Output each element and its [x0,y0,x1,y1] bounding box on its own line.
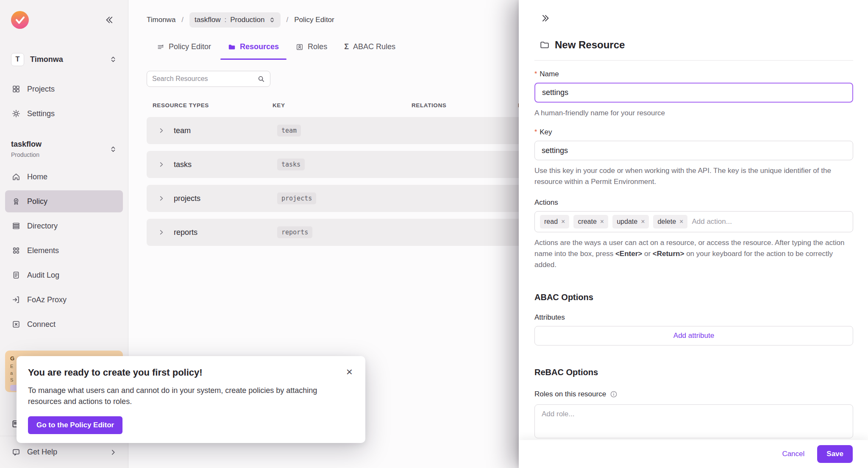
sidebar-item-label: Projects [27,85,55,94]
tab-label: Resources [240,42,279,51]
unfold-icon [109,145,117,153]
roles-tab-icon [296,43,303,51]
sidebar-item-label: Audit Log [27,271,59,280]
add-role-input[interactable] [542,410,846,418]
resource-key-badge: projects [277,192,316,204]
sidebar-item-home[interactable]: Home [5,166,123,188]
sidebar-item-projects[interactable]: Projects [5,78,123,100]
sidebar-item-elements[interactable]: Elements [5,240,123,262]
key-field[interactable] [534,141,853,160]
actions-tag-input[interactable]: read × create × update × delete × [534,211,853,232]
breadcrumb-workspace[interactable]: Timonwa [147,16,175,24]
breadcrumb-page: Policy Editor [294,16,334,24]
breadcrumb-separator: / [287,16,289,24]
resource-name: reports [174,228,198,237]
workspace-name: Timonwa [30,55,103,64]
get-help-label: Get Help [27,448,103,457]
name-field-help: A human-friendly name for your resource [534,108,853,119]
sidebar-item-label: Connect [27,320,56,329]
collapse-sidebar-icon[interactable] [104,15,114,25]
sidebar-item-label: Home [27,173,47,181]
actions-label: Actions [534,198,853,207]
tab-resources[interactable]: Resources [220,42,287,60]
drawer-title: New Resource [555,39,625,51]
roles-label-row: Roles on this resource [534,390,853,398]
tab-label: ABAC Rules [353,42,395,51]
breadcrumb-separator: / [181,16,184,24]
roles-tag-input[interactable] [534,404,853,438]
policy-icon [12,197,20,206]
elements-icon [12,246,20,255]
name-field[interactable] [534,83,853,103]
project-name: taskflow [11,140,109,149]
remove-action-icon[interactable]: × [641,218,645,225]
expand-chevron-icon[interactable] [158,161,165,168]
tab-label: Roles [308,42,327,51]
add-action-input[interactable] [692,217,848,226]
expand-chevron-icon[interactable] [158,127,165,134]
save-button[interactable]: Save [817,445,853,463]
divider [534,60,853,61]
search-input[interactable] [152,75,257,83]
home-icon [12,173,20,181]
resource-name: projects [174,194,200,203]
action-chip-label: read [544,218,558,226]
sidebar-item-foaz-proxy[interactable]: FoAz Proxy [5,289,123,311]
policy-toast: You are ready to create you first policy… [17,356,365,443]
sidebar-header [0,0,128,29]
tab-abac-rules[interactable]: Σ ABAC Rules [336,42,404,60]
gear-icon [12,109,20,118]
sidebar-item-policy[interactable]: Policy [5,190,123,212]
collapse-drawer-icon[interactable] [541,14,551,23]
sidebar-item-label: Settings [27,109,55,118]
resource-name: tasks [174,160,192,169]
new-resource-drawer: New Resource * Name A human-friendly nam… [519,0,868,468]
remove-action-icon[interactable]: × [600,218,604,225]
sidebar-item-connect[interactable]: Connect [5,313,123,335]
search-box[interactable] [147,71,270,87]
sidebar-item-settings[interactable]: Settings [5,103,123,125]
tab-roles[interactable]: Roles [287,42,336,60]
sidebar-item-label: Directory [27,222,58,231]
actions-help: Actions are the ways a user can act on a… [534,237,853,270]
folder-icon [228,43,236,51]
document-icon [12,271,20,279]
roles-label: Roles on this resource [534,390,606,398]
unfold-icon [109,56,117,63]
proxy-arrow-icon [12,295,20,304]
tab-policy-editor[interactable]: Policy Editor [148,42,220,60]
sidebar-nav-top: Projects Settings [0,78,128,125]
go-to-policy-editor-button[interactable]: Go to the Policy Editor [28,416,122,434]
expand-chevron-icon[interactable] [158,195,165,202]
breadcrumb-project-selector[interactable]: taskflow : Production [189,12,280,28]
help-bubble-icon [12,448,20,457]
unfold-icon [269,17,275,23]
sidebar-item-directory[interactable]: Directory [5,215,123,237]
chevron-right-icon [109,448,117,456]
attributes-label: Attributes [534,313,853,322]
add-attribute-button[interactable]: Add attribute [534,326,853,345]
directory-icon [12,222,20,230]
action-chip-label: update [617,218,637,226]
project-selector[interactable]: taskflow Production [6,136,122,162]
close-icon[interactable]: × [346,367,353,376]
enter-key-label: <Enter> [615,250,642,258]
required-asterisk: * [534,70,537,78]
remove-action-icon[interactable]: × [679,218,683,225]
sidebar-item-audit-log[interactable]: Audit Log [5,264,123,286]
column-header-resource-types: RESOURCE TYPES [147,102,267,109]
remove-action-icon[interactable]: × [561,218,565,225]
app-logo [11,11,29,29]
logo-check-icon [11,11,29,29]
project-meta: taskflow Production [11,140,109,158]
connect-icon [12,320,20,329]
sigma-icon: Σ [344,42,349,51]
workspace-selector[interactable]: T Timonwa [6,50,122,69]
expand-chevron-icon[interactable] [158,229,165,236]
cancel-button[interactable]: Cancel [782,450,804,458]
resource-key-badge: tasks [277,159,305,170]
name-field-label: * Name [534,70,853,78]
key-field-help: Use this key in your code or when workin… [534,165,853,187]
action-chip-label: create [578,218,596,226]
info-icon[interactable] [610,390,618,398]
